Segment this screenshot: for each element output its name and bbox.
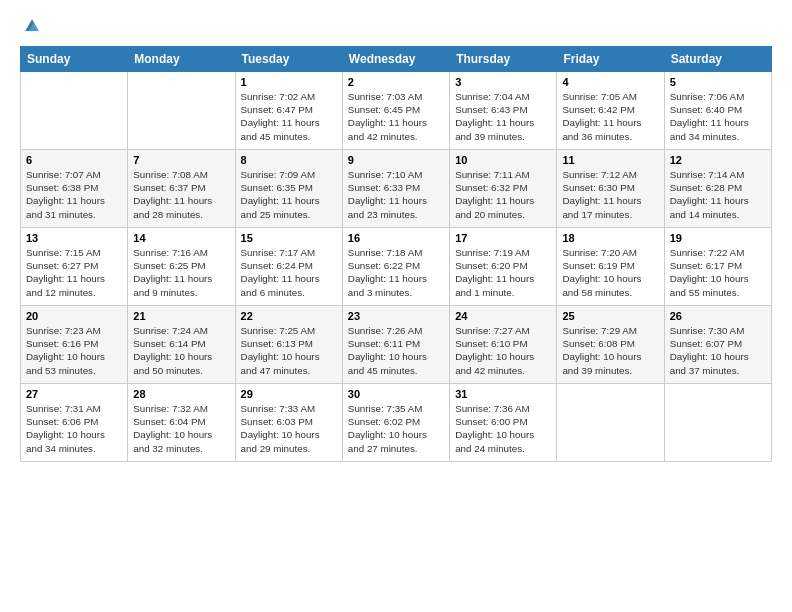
weekday-header-thursday: Thursday	[450, 47, 557, 72]
cell-sunrise: Sunrise: 7:10 AM	[348, 168, 444, 181]
cell-sunrise: Sunrise: 7:24 AM	[133, 324, 229, 337]
cell-sunset: Sunset: 6:08 PM	[562, 337, 658, 350]
calendar-cell	[128, 72, 235, 150]
cell-daylight: Daylight: 11 hours and 42 minutes.	[348, 116, 444, 142]
calendar-cell: 17 Sunrise: 7:19 AM Sunset: 6:20 PM Dayl…	[450, 228, 557, 306]
cell-sunrise: Sunrise: 7:30 AM	[670, 324, 766, 337]
cell-sunrise: Sunrise: 7:12 AM	[562, 168, 658, 181]
cell-daylight: Daylight: 11 hours and 12 minutes.	[26, 272, 122, 298]
calendar-cell: 20 Sunrise: 7:23 AM Sunset: 6:16 PM Dayl…	[21, 306, 128, 384]
cell-sunset: Sunset: 6:02 PM	[348, 415, 444, 428]
cell-day-number: 20	[26, 310, 122, 322]
calendar-cell: 29 Sunrise: 7:33 AM Sunset: 6:03 PM Dayl…	[235, 384, 342, 462]
calendar-cell: 3 Sunrise: 7:04 AM Sunset: 6:43 PM Dayli…	[450, 72, 557, 150]
cell-daylight: Daylight: 10 hours and 42 minutes.	[455, 350, 551, 376]
cell-sunset: Sunset: 6:13 PM	[241, 337, 337, 350]
cell-day-number: 1	[241, 76, 337, 88]
calendar-cell: 11 Sunrise: 7:12 AM Sunset: 6:30 PM Dayl…	[557, 150, 664, 228]
cell-daylight: Daylight: 11 hours and 3 minutes.	[348, 272, 444, 298]
weekday-header-tuesday: Tuesday	[235, 47, 342, 72]
cell-sunset: Sunset: 6:47 PM	[241, 103, 337, 116]
cell-daylight: Daylight: 11 hours and 34 minutes.	[670, 116, 766, 142]
cell-day-number: 5	[670, 76, 766, 88]
cell-day-number: 10	[455, 154, 551, 166]
cell-sunset: Sunset: 6:30 PM	[562, 181, 658, 194]
cell-sunrise: Sunrise: 7:05 AM	[562, 90, 658, 103]
weekday-header-monday: Monday	[128, 47, 235, 72]
calendar-table: SundayMondayTuesdayWednesdayThursdayFrid…	[20, 46, 772, 462]
cell-sunrise: Sunrise: 7:32 AM	[133, 402, 229, 415]
cell-daylight: Daylight: 11 hours and 6 minutes.	[241, 272, 337, 298]
calendar-cell: 2 Sunrise: 7:03 AM Sunset: 6:45 PM Dayli…	[342, 72, 449, 150]
cell-sunrise: Sunrise: 7:27 AM	[455, 324, 551, 337]
cell-sunrise: Sunrise: 7:08 AM	[133, 168, 229, 181]
cell-sunrise: Sunrise: 7:15 AM	[26, 246, 122, 259]
cell-daylight: Daylight: 10 hours and 24 minutes.	[455, 428, 551, 454]
calendar-cell: 6 Sunrise: 7:07 AM Sunset: 6:38 PM Dayli…	[21, 150, 128, 228]
cell-sunrise: Sunrise: 7:06 AM	[670, 90, 766, 103]
cell-day-number: 9	[348, 154, 444, 166]
calendar-week-row: 6 Sunrise: 7:07 AM Sunset: 6:38 PM Dayli…	[21, 150, 772, 228]
cell-day-number: 7	[133, 154, 229, 166]
cell-sunset: Sunset: 6:32 PM	[455, 181, 551, 194]
calendar-cell: 23 Sunrise: 7:26 AM Sunset: 6:11 PM Dayl…	[342, 306, 449, 384]
cell-sunset: Sunset: 6:43 PM	[455, 103, 551, 116]
cell-daylight: Daylight: 10 hours and 50 minutes.	[133, 350, 229, 376]
calendar-cell: 28 Sunrise: 7:32 AM Sunset: 6:04 PM Dayl…	[128, 384, 235, 462]
cell-sunrise: Sunrise: 7:31 AM	[26, 402, 122, 415]
cell-sunset: Sunset: 6:38 PM	[26, 181, 122, 194]
cell-sunrise: Sunrise: 7:33 AM	[241, 402, 337, 415]
cell-sunset: Sunset: 6:27 PM	[26, 259, 122, 272]
cell-daylight: Daylight: 11 hours and 31 minutes.	[26, 194, 122, 220]
weekday-header-sunday: Sunday	[21, 47, 128, 72]
cell-day-number: 6	[26, 154, 122, 166]
cell-sunset: Sunset: 6:20 PM	[455, 259, 551, 272]
cell-daylight: Daylight: 10 hours and 27 minutes.	[348, 428, 444, 454]
cell-daylight: Daylight: 10 hours and 55 minutes.	[670, 272, 766, 298]
cell-daylight: Daylight: 11 hours and 1 minute.	[455, 272, 551, 298]
weekday-header-friday: Friday	[557, 47, 664, 72]
cell-sunset: Sunset: 6:11 PM	[348, 337, 444, 350]
cell-day-number: 2	[348, 76, 444, 88]
cell-sunset: Sunset: 6:37 PM	[133, 181, 229, 194]
cell-daylight: Daylight: 10 hours and 37 minutes.	[670, 350, 766, 376]
cell-sunrise: Sunrise: 7:07 AM	[26, 168, 122, 181]
cell-day-number: 16	[348, 232, 444, 244]
calendar-cell: 12 Sunrise: 7:14 AM Sunset: 6:28 PM Dayl…	[664, 150, 771, 228]
logo	[20, 16, 42, 36]
cell-sunrise: Sunrise: 7:35 AM	[348, 402, 444, 415]
cell-day-number: 4	[562, 76, 658, 88]
cell-sunset: Sunset: 6:03 PM	[241, 415, 337, 428]
logo-icon	[22, 16, 42, 36]
calendar-cell: 19 Sunrise: 7:22 AM Sunset: 6:17 PM Dayl…	[664, 228, 771, 306]
cell-day-number: 8	[241, 154, 337, 166]
header	[20, 16, 772, 36]
weekday-header-row: SundayMondayTuesdayWednesdayThursdayFrid…	[21, 47, 772, 72]
cell-daylight: Daylight: 11 hours and 17 minutes.	[562, 194, 658, 220]
cell-daylight: Daylight: 11 hours and 14 minutes.	[670, 194, 766, 220]
cell-daylight: Daylight: 10 hours and 29 minutes.	[241, 428, 337, 454]
cell-day-number: 26	[670, 310, 766, 322]
cell-day-number: 29	[241, 388, 337, 400]
cell-daylight: Daylight: 10 hours and 39 minutes.	[562, 350, 658, 376]
cell-sunrise: Sunrise: 7:29 AM	[562, 324, 658, 337]
cell-sunset: Sunset: 6:07 PM	[670, 337, 766, 350]
calendar-cell: 27 Sunrise: 7:31 AM Sunset: 6:06 PM Dayl…	[21, 384, 128, 462]
weekday-header-saturday: Saturday	[664, 47, 771, 72]
cell-sunset: Sunset: 6:22 PM	[348, 259, 444, 272]
cell-day-number: 28	[133, 388, 229, 400]
cell-sunset: Sunset: 6:04 PM	[133, 415, 229, 428]
cell-sunset: Sunset: 6:10 PM	[455, 337, 551, 350]
cell-sunset: Sunset: 6:28 PM	[670, 181, 766, 194]
cell-day-number: 21	[133, 310, 229, 322]
calendar-cell: 15 Sunrise: 7:17 AM Sunset: 6:24 PM Dayl…	[235, 228, 342, 306]
calendar-cell: 26 Sunrise: 7:30 AM Sunset: 6:07 PM Dayl…	[664, 306, 771, 384]
cell-sunset: Sunset: 6:14 PM	[133, 337, 229, 350]
cell-daylight: Daylight: 11 hours and 20 minutes.	[455, 194, 551, 220]
cell-sunrise: Sunrise: 7:19 AM	[455, 246, 551, 259]
cell-daylight: Daylight: 11 hours and 9 minutes.	[133, 272, 229, 298]
page: SundayMondayTuesdayWednesdayThursdayFrid…	[0, 0, 792, 612]
cell-sunset: Sunset: 6:40 PM	[670, 103, 766, 116]
cell-sunset: Sunset: 6:25 PM	[133, 259, 229, 272]
cell-sunrise: Sunrise: 7:26 AM	[348, 324, 444, 337]
